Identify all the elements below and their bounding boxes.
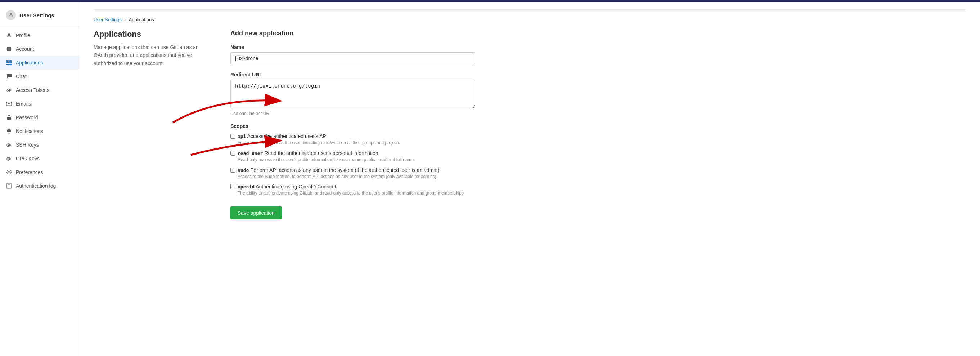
scope-sudo-checkbox[interactable] [231, 168, 235, 172]
scope-read-user-row: read_user Read the authenticated user's … [231, 150, 475, 156]
scope-sudo-desc: Access to the Sudo feature, to perform A… [238, 174, 475, 180]
svg-point-1 [8, 33, 10, 35]
svg-rect-3 [10, 47, 11, 49]
sidebar-item-notifications[interactable]: Notifications [0, 124, 79, 138]
scope-openid-checkbox[interactable] [231, 184, 235, 189]
scope-api-desc: Full access to GitLab as the user, inclu… [238, 140, 475, 146]
sidebar-item-preferences[interactable]: Preferences [0, 165, 79, 179]
svg-rect-6 [6, 60, 8, 62]
svg-rect-10 [8, 62, 10, 64]
sidebar-item-gpg-keys-label: GPG Keys [16, 156, 40, 161]
emails-icon [6, 101, 12, 107]
scope-read-user-name: read_user [238, 151, 263, 156]
sidebar-item-chat[interactable]: Chat [0, 70, 79, 83]
redirect-uri-hint: Use one line per URI [231, 111, 475, 116]
scope-openid-name: openid [238, 184, 255, 190]
scopes-section: Scopes api Access the authenticated user… [231, 123, 475, 196]
right-section: Add new application Name Redirect URI Us… [231, 30, 475, 219]
sidebar-item-notifications-label: Notifications [16, 128, 43, 134]
svg-rect-4 [7, 49, 9, 51]
scope-sudo: sudo Perform API actions as any user in … [231, 167, 475, 180]
svg-point-23 [8, 171, 10, 173]
name-label: Name [231, 44, 475, 50]
password-icon [6, 114, 12, 121]
svg-point-0 [10, 13, 12, 15]
breadcrumb-current: Applications [129, 17, 154, 22]
sidebar: User Settings Profile Account Applicatio… [0, 2, 79, 356]
breadcrumb-separator: > [124, 17, 127, 22]
svg-rect-7 [8, 60, 10, 62]
preferences-icon [6, 169, 12, 176]
svg-rect-2 [7, 47, 9, 49]
sidebar-item-account-label: Account [16, 46, 34, 52]
svg-rect-9 [6, 62, 8, 64]
svg-rect-8 [10, 60, 11, 62]
ssh-keys-icon [6, 142, 12, 148]
sidebar-item-preferences-label: Preferences [16, 169, 43, 175]
svg-rect-17 [6, 102, 11, 105]
form-section-title: Add new application [231, 30, 475, 37]
notifications-icon [6, 128, 12, 134]
sidebar-item-applications[interactable]: Applications [0, 56, 79, 70]
profile-icon [6, 32, 12, 38]
sidebar-item-password[interactable]: Password [0, 111, 79, 124]
sidebar-item-ssh-keys[interactable]: SSH Keys [0, 138, 79, 152]
sidebar-item-profile[interactable]: Profile [0, 29, 79, 42]
scope-api-name: api [238, 134, 246, 139]
page-description: Manage applications that can use GitLab … [94, 43, 209, 67]
scope-openid-row: openid Authenticate using OpenID Connect [231, 184, 475, 190]
sidebar-item-authentication-log[interactable]: Authentication log [0, 179, 79, 193]
scopes-title: Scopes [231, 123, 475, 129]
svg-rect-11 [10, 62, 11, 64]
chat-icon [6, 73, 12, 80]
redirect-uri-form-group: Redirect URI Use one line per URI [231, 72, 475, 116]
scope-openid-desc: The ability to authenticate using GitLab… [238, 190, 475, 196]
scope-sudo-row: sudo Perform API actions as any user in … [231, 167, 475, 173]
scope-api-label: Access the authenticated user's API [247, 133, 328, 139]
scope-api-checkbox[interactable] [231, 134, 235, 139]
svg-rect-14 [10, 64, 11, 65]
svg-rect-12 [6, 64, 8, 65]
sidebar-header: User Settings [0, 6, 79, 26]
scope-sudo-name: sudo [238, 168, 249, 173]
auth-log-icon [6, 183, 12, 189]
applications-icon [6, 59, 12, 66]
sidebar-item-ssh-keys-label: SSH Keys [16, 142, 39, 148]
scope-read-user-checkbox[interactable] [231, 151, 235, 156]
scope-api: api Access the authenticated user's API … [231, 133, 475, 146]
sidebar-item-auth-log-label: Authentication log [16, 183, 56, 189]
scope-read-user-label: Read the authenticated user's personal i… [264, 150, 378, 156]
sidebar-item-access-tokens[interactable]: Access Tokens [0, 83, 79, 97]
sidebar-item-access-tokens-label: Access Tokens [16, 87, 49, 93]
page-title: Applications [94, 30, 209, 39]
sidebar-item-profile-label: Profile [16, 32, 30, 38]
sidebar-item-account[interactable]: Account [0, 42, 79, 56]
svg-rect-18 [7, 117, 11, 120]
redirect-uri-label: Redirect URI [231, 72, 475, 77]
sidebar-item-emails[interactable]: Emails [0, 97, 79, 111]
account-icon [6, 46, 12, 52]
save-application-button[interactable]: Save application [231, 206, 282, 219]
sidebar-item-gpg-keys[interactable]: GPG Keys [0, 152, 79, 165]
scope-read-user: read_user Read the authenticated user's … [231, 150, 475, 163]
sidebar-title: User Settings [19, 12, 54, 18]
breadcrumb-parent[interactable]: User Settings [94, 17, 122, 22]
main-content: User Settings > Applications Application… [79, 2, 980, 356]
scope-sudo-label: Perform API actions as any user in the s… [250, 167, 439, 173]
name-input[interactable] [231, 52, 475, 64]
sidebar-item-emails-label: Emails [16, 101, 31, 107]
top-divider [94, 10, 966, 10]
redirect-uri-textarea[interactable] [231, 80, 475, 109]
breadcrumb: User Settings > Applications [94, 17, 966, 22]
gpg-keys-icon [6, 155, 12, 162]
svg-rect-5 [10, 49, 11, 51]
scope-openid: openid Authenticate using OpenID Connect… [231, 184, 475, 196]
svg-point-16 [8, 90, 9, 91]
access-tokens-icon [6, 87, 12, 93]
sidebar-item-applications-label: Applications [16, 60, 43, 65]
svg-rect-13 [8, 64, 10, 65]
sidebar-item-chat-label: Chat [16, 73, 27, 79]
scope-openid-label: Authenticate using OpenID Connect [256, 184, 336, 190]
name-form-group: Name [231, 44, 475, 64]
scope-read-user-desc: Read-only access to the user's profile i… [238, 157, 475, 163]
